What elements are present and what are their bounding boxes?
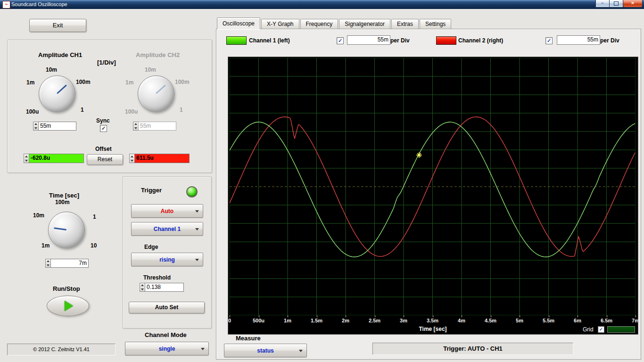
knob-needle xyxy=(54,227,66,230)
knob-tick-label: 100u xyxy=(125,108,138,115)
time-field: 7m xyxy=(45,259,89,268)
tab-settings[interactable]: Settings xyxy=(420,19,451,29)
trigger-edge-dropdown[interactable]: rising xyxy=(131,253,203,266)
knob-tick-label: 10 xyxy=(91,242,97,249)
chevron-down-icon xyxy=(195,259,199,261)
measure-label: Measure xyxy=(236,335,261,342)
knob-tick-label: 10m xyxy=(46,66,57,73)
x-tick-mark xyxy=(491,315,491,317)
threshold-value[interactable]: 0.138 xyxy=(145,283,184,292)
x-tick-label: 1m xyxy=(284,318,291,323)
amplitude-ch1-value[interactable]: 55m xyxy=(38,122,76,131)
oscilloscope-display: 0500u1m1.5m2m2.5m3m3.5m4m4.5m5m5.5m6m6.5… xyxy=(228,57,638,335)
grid-color-swatch[interactable] xyxy=(607,326,635,333)
offset-ch2-value[interactable]: 611.5u xyxy=(134,154,190,163)
tab-frequency[interactable]: Frequency xyxy=(300,19,339,29)
chevron-down-icon xyxy=(195,228,199,230)
amplitude-ch1-knob[interactable] xyxy=(39,75,75,112)
knob-tick-label: 1m xyxy=(125,79,133,86)
knob-tick-label: 1m xyxy=(26,79,34,86)
sync-checkbox[interactable]: ✓ xyxy=(100,125,107,132)
offset-reset-button[interactable]: Reset xyxy=(87,154,123,165)
channel2-per-div-field[interactable]: 55m xyxy=(557,35,600,45)
amplitude-ch2-knob[interactable] xyxy=(138,75,174,112)
channel1-enable-checkbox[interactable]: ✓ xyxy=(337,37,344,44)
increment-decrement-icon[interactable] xyxy=(45,259,50,268)
x-tick-mark xyxy=(578,315,578,317)
x-tick-mark xyxy=(520,315,520,317)
per-div-unit-label: [1/Div] xyxy=(97,59,116,66)
channel2-enable-checkbox[interactable]: ✓ xyxy=(545,37,553,44)
x-tick-label: 3m xyxy=(400,318,407,323)
x-tick-mark xyxy=(288,315,288,317)
tab-oscilloscope[interactable]: Oscilloscope xyxy=(217,17,260,29)
knob-tick-label: 100m xyxy=(55,199,70,206)
chevron-down-icon xyxy=(195,210,199,213)
increment-decrement-icon[interactable] xyxy=(133,122,138,131)
grid-label: Grid xyxy=(583,326,594,333)
tab-extras[interactable]: Extras xyxy=(391,19,419,29)
knob-tick-label: 100m xyxy=(76,79,91,85)
amplitude-ch2-value[interactable]: 55m xyxy=(138,122,176,131)
tab-xy-graph[interactable]: X-Y Graph xyxy=(261,19,299,29)
measure-dropdown[interactable]: status xyxy=(224,344,307,357)
measure-value: status xyxy=(257,347,273,354)
knob-tick-label: 10m xyxy=(145,66,156,73)
amplitude-ch2-title: Amplitude CH2 xyxy=(136,51,180,58)
channel1-per-div-field[interactable]: 55m xyxy=(347,35,390,45)
run-stop-button[interactable] xyxy=(47,296,89,316)
x-tick-mark xyxy=(375,315,375,317)
x-tick-label: 6m xyxy=(574,318,581,323)
increment-decrement-icon[interactable] xyxy=(24,154,29,163)
knob-tick-label: 1 xyxy=(180,107,183,113)
x-tick-label: 3.5m xyxy=(427,318,438,323)
knob-tick-label: 1 xyxy=(93,214,96,220)
trigger-mode-dropdown[interactable]: Auto xyxy=(131,204,203,218)
x-tick-label: 5.5m xyxy=(543,318,554,323)
x-tick-mark xyxy=(549,315,549,317)
maximize-button[interactable] xyxy=(609,0,623,8)
x-tick-mark xyxy=(636,315,636,317)
knob-tick-label: 1 xyxy=(81,107,84,113)
time-value[interactable]: 7m xyxy=(50,259,89,268)
x-tick-mark xyxy=(433,315,433,317)
tab-signalgenerator[interactable]: Signalgenerator xyxy=(339,19,390,29)
offset-ch1-value[interactable]: -620.8u xyxy=(29,154,84,163)
channel-mode-dropdown[interactable]: single xyxy=(125,342,209,355)
offset-ch1-field: -620.8u xyxy=(24,154,84,163)
close-button[interactable]: × xyxy=(623,0,643,8)
threshold-field: 0.138 xyxy=(140,283,184,292)
increment-decrement-icon[interactable] xyxy=(33,122,38,131)
titlebar: ~ Soundcard Oszilloscope − × xyxy=(0,0,644,9)
knob-tick-label: 100u xyxy=(26,108,39,115)
x-tick-label: 500u xyxy=(253,318,264,323)
knob-tick-label: 100m xyxy=(175,79,190,85)
trigger-source-dropdown[interactable]: Channel 1 xyxy=(131,222,203,236)
time-knob[interactable] xyxy=(48,212,85,248)
increment-decrement-icon[interactable] xyxy=(129,154,134,163)
channel2-legend-label: Channel 2 (right) xyxy=(458,37,503,44)
scope-plot[interactable] xyxy=(230,58,636,315)
knob-needle xyxy=(57,84,67,94)
exit-button[interactable]: Exit xyxy=(29,19,86,32)
knob-tick-label: 1m xyxy=(41,242,50,249)
run-stop-label: Run/Stop xyxy=(53,285,80,292)
grid-checkbox[interactable]: ✓ xyxy=(598,326,604,333)
channel1-legend-label: Channel 1 (left) xyxy=(249,37,290,44)
x-tick-mark xyxy=(607,315,607,317)
edge-label: Edge xyxy=(144,244,158,250)
increment-decrement-icon[interactable] xyxy=(140,283,145,292)
x-tick-label: 7m xyxy=(632,318,639,323)
x-tick-label: 5m xyxy=(516,318,523,323)
x-tick-label: 4.5m xyxy=(485,318,496,323)
minimize-button[interactable]: − xyxy=(595,0,610,8)
knob-needle xyxy=(156,84,166,94)
knob-tick-label: 10m xyxy=(33,212,44,219)
x-tick-label: 6.5m xyxy=(601,318,612,323)
channel2-color-swatch xyxy=(436,36,456,45)
per-div-label: per Div xyxy=(600,37,619,44)
trigger-led-indicator xyxy=(186,186,198,197)
auto-set-button[interactable]: Auto Set xyxy=(129,302,205,313)
trigger-edge-value: rising xyxy=(159,256,175,263)
tab-strip: Oscilloscope X-Y Graph Frequency Signalg… xyxy=(217,18,452,29)
